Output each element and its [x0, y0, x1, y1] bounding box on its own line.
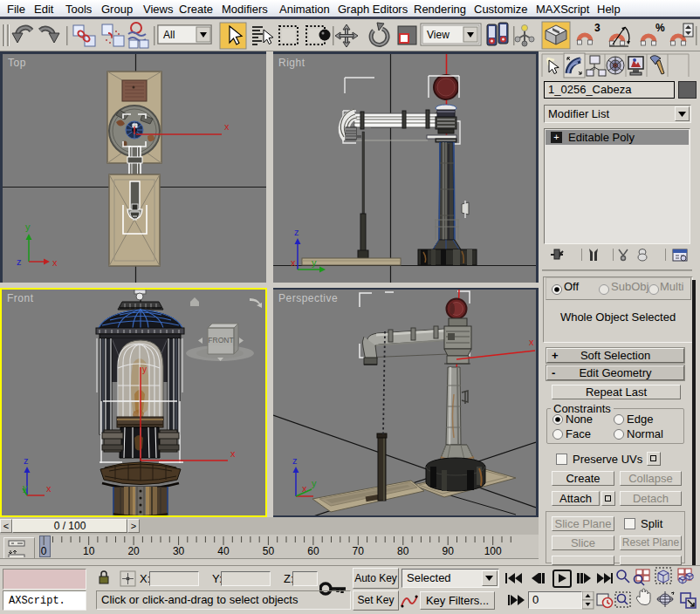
svg-text:70: 70 [353, 545, 365, 557]
svg-text:x: x [230, 448, 236, 459]
svg-text:80: 80 [397, 545, 409, 557]
svg-text:3: 3 [594, 22, 600, 34]
svg-text:20: 20 [127, 545, 140, 557]
svg-text:100: 100 [484, 545, 502, 557]
svg-text:y: y [312, 478, 317, 488]
svg-text:z: z [17, 256, 22, 267]
svg-text:View: View [427, 29, 450, 41]
svg-text:%: % [655, 22, 665, 34]
svg-text:FRONT: FRONT [208, 336, 233, 345]
svg-text:y: y [25, 222, 31, 232]
svg-text:z: z [24, 455, 29, 466]
svg-text:All: All [163, 29, 175, 41]
svg-text:40: 40 [217, 545, 230, 557]
svg-text:y: y [142, 365, 147, 374]
svg-text:x: x [46, 483, 51, 494]
svg-text:50: 50 [263, 545, 275, 557]
svg-text:z: z [292, 455, 298, 466]
svg-text:z: z [294, 227, 299, 237]
svg-text:x: x [529, 337, 534, 347]
svg-text:10: 10 [83, 545, 95, 557]
svg-text:30: 30 [173, 545, 185, 557]
svg-text:x: x [291, 257, 296, 268]
svg-text:y: y [312, 257, 317, 268]
svg-text:x: x [224, 121, 230, 132]
svg-text:x: x [52, 257, 58, 268]
svg-text:90: 90 [443, 545, 455, 557]
svg-text:y: y [23, 482, 28, 493]
svg-text:0: 0 [41, 545, 47, 557]
svg-text:60: 60 [307, 545, 319, 557]
